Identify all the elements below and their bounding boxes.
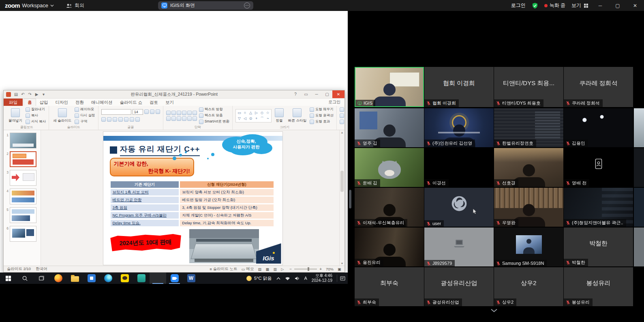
topbar-right-controls: 로그인 녹화 중 보기 ─ ▢ ✕ xyxy=(511,2,644,9)
participant-tile-이재석-우신복층유리[interactable]: 이재석-우신복층유리 xyxy=(355,188,424,227)
participant-tile-김용민[interactable]: 김용민 xyxy=(564,108,633,147)
participant-tile-운배 김[interactable]: 운배 김 xyxy=(355,148,424,187)
cursor-icon xyxy=(473,208,477,215)
shared-screen-tab[interactable]: IGIS의 화면 ⋯ xyxy=(158,1,253,10)
taskbar-teal-icon[interactable] xyxy=(133,273,150,284)
recording-indicator: 녹화 중 xyxy=(544,2,565,9)
meeting-tab[interactable]: 회의 xyxy=(60,2,91,9)
participant-label: 용진유리 xyxy=(355,259,383,266)
participant-label: J8929579 xyxy=(424,260,455,266)
taskbar-kakaotalk-icon[interactable] xyxy=(116,273,133,284)
participant-label: (주)청암지앤더블유 곽근.. xyxy=(564,219,626,227)
chevron-down-icon xyxy=(490,309,498,312)
taskbar-search-icon[interactable] xyxy=(17,273,33,284)
participant-tile-(주)인천유리 김선영[interactable]: (주)인천유리 김선영 xyxy=(424,108,494,147)
taskbar-zoom-icon[interactable] xyxy=(166,273,183,284)
participant-label: 봉성유리 xyxy=(564,298,593,306)
partial-participant-tile[interactable] xyxy=(634,228,644,266)
taskbar-store-icon[interactable] xyxy=(83,273,100,284)
participant-label: 티앤티/DYS 최용호 xyxy=(494,99,543,107)
participant-tile-Samsung SM-S918N[interactable]: Samsung SM-S918N xyxy=(494,228,563,266)
minimize-button[interactable]: ─ xyxy=(595,3,606,9)
participant-name-center: 쿠라레 정희석 xyxy=(564,67,633,100)
participant-tile-쿠라레 정희석[interactable]: 쿠라레 정희석쿠라레 정희석 xyxy=(564,67,633,107)
participant-tile-J8929579[interactable]: J8929579 xyxy=(424,228,494,266)
weather-text: 5°C 맑음 xyxy=(254,275,272,281)
volume-icon[interactable] xyxy=(295,276,300,281)
taskbar-word-icon[interactable]: W xyxy=(183,273,199,284)
participant-name-center: 최부숙 xyxy=(355,267,424,299)
taskbar-firefox-icon[interactable] xyxy=(50,273,66,284)
security-shield-icon[interactable] xyxy=(532,2,538,9)
participant-tile-용진유리[interactable]: 용진유리 xyxy=(355,228,424,266)
participant-tile-이경선[interactable]: 이경선 xyxy=(424,148,494,187)
weather-widget[interactable]: 5°C 맑음 xyxy=(246,275,272,281)
taskbar-edge-icon[interactable] xyxy=(100,273,116,284)
view-button-label: 보기 xyxy=(571,2,581,9)
participant-tile-봉성유리[interactable]: 봉성유리봉성유리 xyxy=(564,267,633,306)
zoom-meeting-window: zoom Workspace 회의 IGIS의 화면 ⋯ 로그인 녹화 중 보기 xyxy=(0,0,644,322)
taskbar-clock[interactable]: 오후 4:46 2024-12-19 xyxy=(312,273,332,283)
participant-label: 상우2 xyxy=(494,298,516,306)
partial-participant-tile[interactable] xyxy=(634,188,644,227)
participant-tile-박철한[interactable]: 박철한박철한 xyxy=(564,228,633,266)
view-button[interactable]: 보기 xyxy=(571,2,588,9)
action-center-icon[interactable] xyxy=(337,275,345,282)
show-hidden-icons[interactable] xyxy=(276,277,280,280)
zoom-logo: zoom xyxy=(5,2,20,9)
participant-tile-티앤티/DYS 최용호[interactable]: 티앤티/DYS 최용...티앤티/DYS 최용호 xyxy=(494,67,563,107)
participant-tile-영주 김[interactable]: 영주 김 xyxy=(355,108,424,147)
participant-tile-협회 이경희[interactable]: 협회 이경희협회 이경희 xyxy=(424,67,494,107)
participant-tile-우영완[interactable]: 우영완 xyxy=(494,188,563,227)
participants-icon xyxy=(66,3,72,8)
record-dot-icon xyxy=(544,4,548,7)
close-button[interactable]: ✕ xyxy=(629,3,641,9)
participant-label: 최부숙 xyxy=(355,298,379,306)
participant-label: 이재석-우신복층유리 xyxy=(355,219,407,227)
participant-tile-광성유리산업[interactable]: 광성유리산업광성유리산업 xyxy=(424,267,494,306)
taskbar-folder-icon[interactable] xyxy=(66,273,83,284)
maximize-button[interactable]: ▢ xyxy=(612,3,623,9)
participant-tile-IGIS[interactable]: IGIS xyxy=(355,67,424,107)
participant-tile-(주)청암지앤더블유 곽근..[interactable]: (주)청암지앤더블유 곽근.. xyxy=(564,188,633,227)
participant-tile-한별유리정연호[interactable]: 한별유리정연호 xyxy=(494,108,563,147)
participant-label: 우영완 xyxy=(494,219,518,227)
taskbar-apps: PW xyxy=(0,273,199,284)
participant-name-center: 티앤티/DYS 최용... xyxy=(494,67,563,100)
tab-options-icon[interactable]: ⋯ xyxy=(244,2,250,9)
panel-resize-handle[interactable] xyxy=(349,190,351,208)
partial-participant-tile[interactable] xyxy=(634,108,644,147)
partial-participant-tile[interactable] xyxy=(634,148,644,187)
participant-label: 한별유리정연호 xyxy=(494,140,536,147)
cat-avatar xyxy=(378,158,401,179)
taskbar-start-icon[interactable] xyxy=(0,273,17,284)
workspace-label: Workspace xyxy=(22,2,48,9)
participant-tile-영배 천[interactable]: 영배 천 xyxy=(564,148,633,187)
participant-label: IGIS xyxy=(355,100,375,106)
recording-label: 녹화 중 xyxy=(550,2,565,9)
participant-label: 협회 이경희 xyxy=(424,99,459,107)
taskbar-powerpoint-icon[interactable]: P xyxy=(150,273,166,284)
participant-tile-user[interactable]: user xyxy=(424,188,494,227)
clock-time: 오후 4:46 xyxy=(315,273,332,278)
screen-share-icon xyxy=(161,2,167,9)
collapse-gallery-button[interactable] xyxy=(489,307,499,313)
network-icon[interactable] xyxy=(285,276,290,281)
taskbar-task-view-icon[interactable] xyxy=(33,273,50,284)
participant-tile-선호경[interactable]: 선호경 xyxy=(494,148,563,187)
participant-tile-상우2[interactable]: 상우2상우2 xyxy=(494,267,563,306)
zoom-workspace-menu[interactable]: zoom Workspace xyxy=(0,2,60,9)
login-button[interactable]: 로그인 xyxy=(511,2,526,9)
laptop-icon xyxy=(424,228,494,259)
zoom-topbar: zoom Workspace 회의 IGIS의 화면 ⋯ 로그인 녹화 중 보기 xyxy=(0,0,644,11)
participant-label: 박철한 xyxy=(564,259,588,266)
participant-label: 영배 천 xyxy=(564,179,589,187)
clock-date: 2024-12-19 xyxy=(312,278,332,283)
participant-name-center: 박철한 xyxy=(564,228,633,259)
participant-label: Samsung SM-S918N xyxy=(494,260,547,266)
participant-tile-최부숙[interactable]: 최부숙최부숙 xyxy=(355,267,424,306)
participant-name-center: 상우2 xyxy=(494,267,563,299)
chevron-down-icon xyxy=(50,4,54,7)
ime-indicator[interactable]: A xyxy=(304,276,307,281)
system-tray: 5°C 맑음 A 오후 4:46 2024-12-19 xyxy=(246,273,348,283)
